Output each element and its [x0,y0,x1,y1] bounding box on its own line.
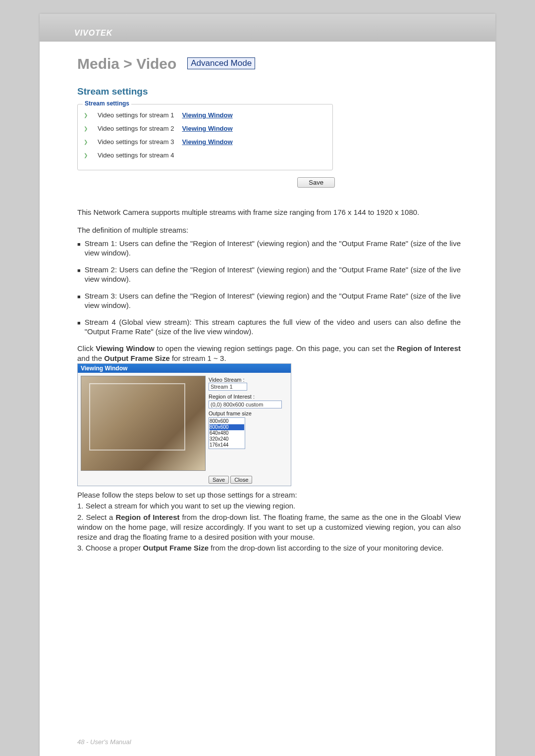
bullet-text: Stream 4 (Global view stream): This stre… [85,317,461,337]
definition-list: ■Stream 1: Users can define the "Region … [77,239,461,337]
page-footer: 48 - User's Manual [77,738,131,746]
bullet-text: Stream 2: Users can define the "Region o… [85,265,461,284]
video-preview[interactable] [81,376,206,471]
click-paragraph: Click Viewing Window to open the viewing… [77,344,461,364]
roi-select[interactable]: (0,0) 800x600 custom [209,401,282,408]
section-heading: Stream settings [77,86,461,97]
output-size-list[interactable]: 800x600 800x600 640x480 320x240 176x144 [209,417,245,449]
page-header: VIVOTEK [40,14,495,41]
bullet-icon: ■ [77,265,81,284]
viewing-window-screenshot: Viewing Window Video Stream : Stream 1 R… [77,363,291,486]
video-stream-label: Video Stream : [209,377,245,383]
intro-paragraph: This Network Camera supports multiple st… [77,207,461,217]
stream-label: Video settings for stream 4 [98,151,174,159]
stream-label: Video settings for stream 3 [98,138,174,146]
step-3: 3. Choose a proper Output Frame Size fro… [77,543,461,553]
window-title: Viewing Window [78,364,291,373]
viewing-window-link[interactable]: Viewing Window [182,125,232,132]
chevron-icon: ❯ [84,126,88,131]
bullet-icon: ■ [77,291,81,310]
brand-text: VIVOTEK [74,29,112,38]
vw-close-button[interactable]: Close [230,476,252,484]
stream-row-4[interactable]: ❯ Video settings for stream 4 [84,149,326,162]
output-frame-size-label: Output frame size [209,410,283,416]
chevron-icon: ❯ [84,139,88,145]
definition-heading: The definition of multiple streams: [77,225,461,235]
step-2: 2. Select a Region of Interest from the … [77,512,461,543]
stream-label: Video settings for stream 1 [98,111,174,119]
stream-settings-panel: Stream settings ❯ Video settings for str… [77,104,333,170]
bullet-icon: ■ [77,239,81,258]
bullet-text: Stream 3: Users can define the "Region o… [85,291,461,310]
stream-label: Video settings for stream 2 [98,125,174,132]
roi-label: Region of Interest : [209,394,283,400]
vw-save-button[interactable]: Save [209,476,229,484]
save-button[interactable]: Save [297,177,335,188]
stream-row-2[interactable]: ❯ Video settings for stream 2 Viewing Wi… [84,122,326,135]
bullet-text: Stream 1: Users can define the "Region o… [85,239,461,258]
chevron-icon: ❯ [84,152,88,158]
chevron-icon: ❯ [84,112,88,118]
document-page: VIVOTEK Media > Video Advanced Mode Stre… [40,14,495,756]
breadcrumb: Media > Video [77,55,176,72]
viewing-window-link[interactable]: Viewing Window [182,138,232,146]
bullet-icon: ■ [77,317,81,337]
mode-badge: Advanced Mode [187,57,255,69]
panel-legend: Stream settings [83,100,131,107]
stream-row-1[interactable]: ❯ Video settings for stream 1 Viewing Wi… [84,108,326,122]
stream-row-3[interactable]: ❯ Video settings for stream 3 Viewing Wi… [84,135,326,149]
step-1: 1. Select a stream for which you want to… [77,501,461,511]
video-stream-select[interactable]: Stream 1 [209,383,247,391]
steps-intro: Please follow the steps below to set up … [77,490,461,500]
viewing-window-link[interactable]: Viewing Window [182,111,232,119]
